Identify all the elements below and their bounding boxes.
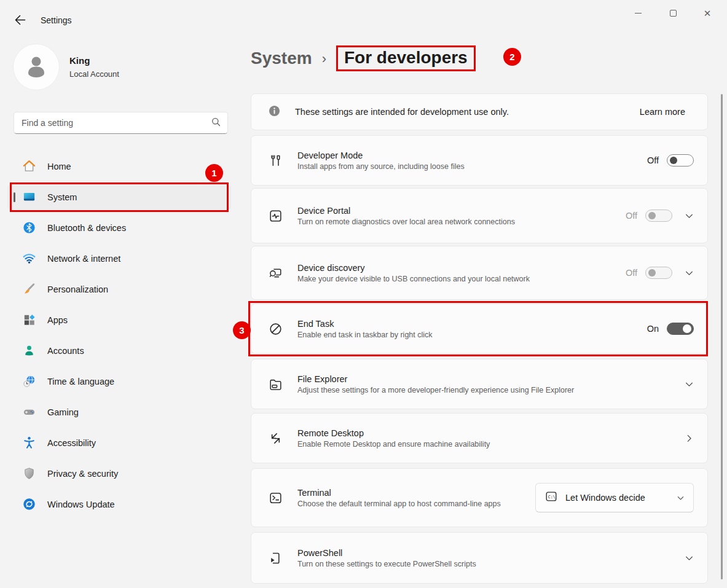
breadcrumb-parent[interactable]: System (251, 49, 312, 68)
info-icon (269, 105, 280, 119)
file-explorer-icon (267, 376, 283, 392)
sidebar-item-label: Home (47, 162, 71, 171)
command-prompt-icon: C:\ (544, 490, 558, 506)
chevron-down-icon[interactable] (685, 554, 694, 563)
windows-update-icon (22, 497, 36, 511)
maximize-button[interactable] (661, 4, 685, 22)
sidebar-item-privacy-security[interactable]: Privacy & security (7, 461, 231, 486)
terminal-app-dropdown[interactable]: C:\ Let Windows decide (535, 483, 694, 512)
minimize-button[interactable] (626, 4, 650, 22)
sidebar-item-label: System (47, 192, 77, 202)
device-portal-toggle (645, 210, 672, 222)
close-button[interactable]: ✕ (695, 4, 720, 22)
toggle-state-label: Off (626, 211, 637, 221)
user-icon (23, 52, 50, 82)
sidebar-item-windows-update[interactable]: Windows Update (7, 492, 231, 517)
apps-icon (22, 313, 36, 327)
developer-mode-icon (267, 152, 283, 168)
shield-icon (22, 466, 36, 480)
window-title: Settings (41, 15, 72, 25)
row-title: PowerShell (297, 548, 476, 558)
sidebar-item-time-language[interactable]: Time & language (7, 369, 231, 394)
developer-mode-toggle[interactable] (667, 154, 694, 167)
terminal-icon (267, 490, 283, 506)
toggle-knob (670, 157, 677, 164)
device-portal-icon (267, 208, 283, 224)
remote-desktop-icon (267, 430, 283, 446)
home-icon (22, 159, 36, 173)
row-device-portal[interactable]: Device Portal Turn on remote diagnostics… (251, 188, 708, 243)
toggle-state-label: On (647, 324, 659, 334)
svg-text:C:\: C:\ (548, 495, 556, 500)
learn-more-button[interactable]: Learn more (640, 107, 707, 117)
search-box[interactable] (14, 112, 228, 134)
maximize-icon (670, 10, 677, 17)
breadcrumb-separator: › (322, 50, 326, 67)
sidebar-item-label: Apps (47, 315, 68, 325)
row-subtitle: Install apps from any source, including … (297, 162, 465, 171)
row-title: File Explorer (297, 374, 574, 384)
accessibility-icon (22, 436, 36, 450)
gaming-icon (22, 405, 36, 419)
breadcrumb: System › For developers (251, 43, 476, 74)
sidebar-item-home[interactable]: Home (7, 154, 231, 179)
search-input[interactable] (22, 118, 211, 128)
row-file-explorer[interactable]: File Explorer Adjust these settings for … (251, 359, 708, 409)
toggle-state-label: Off (626, 268, 637, 278)
sidebar-item-label: Accounts (47, 346, 84, 356)
personalization-icon (22, 282, 36, 296)
row-end-task: End Task Enable end task in taskbar by r… (251, 304, 708, 354)
back-arrow-icon (14, 14, 26, 29)
sidebar-item-label: Personalization (47, 284, 108, 294)
system-icon (22, 190, 36, 204)
row-device-discovery[interactable]: Device discovery Make your device visibl… (251, 246, 708, 300)
scrollbar[interactable] (721, 94, 723, 579)
selection-indicator (14, 192, 15, 202)
chevron-down-icon[interactable] (685, 269, 694, 278)
sidebar-item-label: Time & language (47, 377, 114, 386)
chevron-down-icon[interactable] (685, 211, 694, 221)
chevron-right-icon[interactable] (685, 434, 694, 443)
bluetooth-icon (22, 221, 36, 235)
device-discovery-toggle (645, 267, 672, 279)
end-task-icon (267, 321, 283, 337)
row-powershell[interactable]: PowerShell Turn on these settings to exe… (251, 532, 708, 584)
row-subtitle: Enable end task in taskbar by right clic… (297, 331, 433, 339)
row-remote-desktop[interactable]: Remote Desktop Enable Remote Desktop and… (251, 413, 708, 463)
user-name: King (69, 55, 90, 66)
row-title: End Task (297, 319, 433, 329)
annotation-badge-1: 1 (205, 164, 223, 182)
sidebar-item-gaming[interactable]: Gaming (7, 400, 231, 425)
network-icon (22, 251, 36, 265)
row-title: Remote Desktop (297, 428, 490, 438)
avatar[interactable] (14, 44, 59, 90)
row-subtitle: Turn on remote diagnostics over local ar… (297, 218, 515, 226)
row-subtitle: Turn on these settings to execute PowerS… (297, 560, 476, 568)
toggle-knob (648, 269, 656, 276)
sidebar-item-accounts[interactable]: Accounts (7, 339, 231, 363)
row-subtitle: Adjust these settings for a more develop… (297, 386, 574, 394)
sidebar-item-bluetooth-devices[interactable]: Bluetooth & devices (7, 216, 231, 240)
toggle-knob (683, 324, 691, 333)
sidebar-item-accessibility[interactable]: Accessibility (7, 431, 231, 455)
sidebar-item-apps[interactable]: Apps (7, 308, 231, 332)
sidebar-item-system[interactable]: System (7, 185, 231, 210)
sidebar-item-personalization[interactable]: Personalization (7, 277, 231, 302)
search-icon (211, 117, 221, 130)
device-discovery-icon (267, 265, 283, 281)
chevron-down-icon[interactable] (685, 380, 694, 389)
sidebar-item-label: Network & internet (47, 254, 120, 264)
sidebar-item-network-internet[interactable]: Network & internet (7, 246, 231, 271)
sidebar-item-label: Bluetooth & devices (47, 223, 126, 233)
sidebar-item-label: Privacy & security (47, 469, 118, 479)
row-subtitle: Make your device visible to USB connecti… (297, 275, 530, 283)
end-task-toggle[interactable] (667, 323, 694, 335)
time-language-icon (22, 374, 36, 388)
sidebar-item-label: Windows Update (47, 500, 115, 509)
back-button[interactable] (11, 12, 28, 29)
toggle-state-label: Off (647, 155, 659, 165)
sidebar-item-label: Gaming (47, 407, 79, 417)
user-account-type: Local Account (69, 69, 119, 79)
accounts-icon (22, 343, 36, 358)
row-title: Developer Mode (297, 151, 465, 160)
